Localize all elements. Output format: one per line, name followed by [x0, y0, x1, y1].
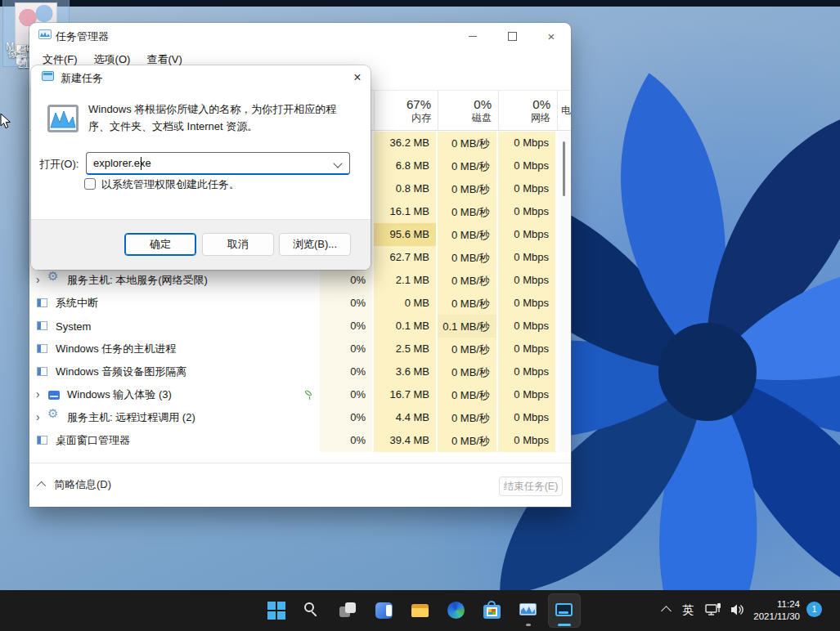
- disk-value: 0 MB/秒: [438, 154, 496, 177]
- memory-value: 4.4 MB: [374, 406, 436, 429]
- fewer-details-toggle[interactable]: 简略信息(D): [39, 477, 111, 492]
- dialog-close-icon[interactable]: ×: [348, 69, 366, 87]
- cancel-button[interactable]: 取消: [202, 233, 274, 256]
- taskbar-icon-glyph: [483, 601, 502, 620]
- disk-value: 0 MB/秒: [438, 406, 496, 429]
- table-row[interactable]: 系统中断 0% 0 MB 0 MB/秒 0 Mbps: [29, 292, 571, 315]
- cpu-value: 0%: [320, 383, 372, 406]
- process-icon: [36, 434, 49, 447]
- chevron-up-icon: [37, 481, 46, 490]
- process-name-cell: System: [29, 315, 320, 338]
- scrollbar-thumb[interactable]: [563, 141, 565, 196]
- maximize-button[interactable]: [494, 23, 530, 49]
- ime-language-indicator[interactable]: 英: [682, 603, 694, 618]
- minimize-button[interactable]: [455, 23, 491, 49]
- disk-value: 0 MB/秒: [438, 246, 496, 269]
- ok-button[interactable]: 确定: [124, 233, 196, 256]
- taskbar-icon[interactable]: [476, 593, 509, 628]
- eco-leaf-icon: [304, 389, 312, 396]
- network-value: 0 Mbps: [498, 223, 555, 246]
- table-row[interactable]: Windows 音频设备图形隔离 0% 3.6 MB 0 MB/秒 0 Mbps: [29, 360, 571, 383]
- table-row[interactable]: 服务主机: 本地服务(网络受限) 0% 2.1 MB 0 MB/秒 0 Mbps: [29, 269, 571, 292]
- clock-time: 11:24: [748, 598, 800, 611]
- network-value: 0 Mbps: [498, 315, 555, 338]
- expand-chevron-icon[interactable]: [36, 383, 47, 406]
- process-name: 系统中断: [56, 296, 98, 311]
- taskbar-icon[interactable]: [260, 593, 293, 628]
- network-value: 0 Mbps: [498, 383, 555, 406]
- open-label: 打开(O):: [39, 157, 79, 172]
- taskbar-icon[interactable]: [548, 593, 581, 628]
- network-value: 0 Mbps: [498, 429, 555, 452]
- process-icon: [47, 388, 61, 401]
- process-name: Windows 输入体验 (3): [67, 387, 172, 402]
- taskbar-icon[interactable]: [332, 593, 365, 628]
- taskbar-icon[interactable]: [368, 593, 401, 628]
- cpu-value: 0%: [320, 360, 372, 383]
- notification-badge[interactable]: 1: [806, 602, 822, 617]
- table-row[interactable]: 服务主机: 远程过程调用 (2) 0% 4.4 MB 0 MB/秒 0 Mbps: [29, 406, 571, 429]
- network-value: 0 Mbps: [498, 132, 555, 154]
- text-caret: [141, 157, 141, 170]
- window-title: 任务管理器: [56, 29, 109, 44]
- dialog-title-bar[interactable]: 新建任务 ×: [31, 65, 371, 88]
- process-name-cell: 系统中断: [29, 292, 320, 315]
- top-dark-strip: [0, 0, 840, 7]
- network-value: 0 Mbps: [498, 360, 555, 383]
- memory-value: 0 MB: [374, 292, 436, 315]
- table-row[interactable]: Windows 任务的主机进程 0% 2.5 MB 0 MB/秒 0 Mbps: [29, 338, 571, 360]
- running-indicator: [558, 624, 571, 626]
- network-value: 0 Mbps: [498, 154, 555, 177]
- network-value: 0 Mbps: [498, 177, 555, 200]
- column-header-memory[interactable]: 67% 内存: [374, 91, 438, 131]
- expand-chevron-icon[interactable]: [36, 269, 47, 292]
- memory-value: 6.8 MB: [374, 154, 436, 177]
- title-bar[interactable]: 任务管理器 ×: [29, 23, 571, 49]
- column-header-network[interactable]: 0% 网络: [498, 91, 557, 131]
- process-name: Windows 任务的主机进程: [56, 342, 176, 356]
- table-row[interactable]: 桌面窗口管理器 0% 39.4 MB 0 MB/秒 0 Mbps: [29, 429, 571, 452]
- end-task-button[interactable]: 结束任务(E): [499, 477, 563, 496]
- network-tray-icon[interactable]: [705, 602, 721, 617]
- cpu-value: 0%: [320, 315, 372, 338]
- expand-chevron-icon[interactable]: [36, 406, 47, 429]
- table-row[interactable]: System 0% 0.1 MB 0.1 MB/秒 0 Mbps: [29, 315, 571, 338]
- column-header-power[interactable]: 电: [557, 91, 571, 131]
- taskbar-icon[interactable]: [296, 593, 329, 628]
- disk-value: 0 MB/秒: [438, 383, 496, 406]
- process-icon: [36, 320, 49, 333]
- memory-value: 0.1 MB: [374, 315, 436, 338]
- close-button[interactable]: ×: [533, 23, 569, 49]
- cpu-value: 0%: [320, 292, 372, 315]
- column-header-disk[interactable]: 0% 磁盘: [438, 91, 498, 131]
- dialog-title: 新建任务: [61, 71, 103, 86]
- admin-checkbox[interactable]: [84, 178, 96, 190]
- disk-value: 0 MB/秒: [438, 223, 496, 246]
- disk-value: 0 MB/秒: [438, 360, 496, 383]
- open-combobox[interactable]: explorer.exe: [86, 152, 350, 175]
- vertical-scrollbar[interactable]: [559, 132, 570, 452]
- taskbar-center-icons: [260, 593, 581, 628]
- admin-checkbox-label: 以系统管理权限创建此任务。: [101, 177, 240, 192]
- disk-value: 0 MB/秒: [438, 132, 496, 154]
- memory-value: 0.8 MB: [374, 177, 436, 200]
- volume-tray-icon[interactable]: [730, 602, 746, 617]
- cpu-value: 0%: [320, 406, 372, 429]
- process-name-cell: 服务主机: 远程过程调用 (2): [29, 406, 320, 429]
- run-dialog-graph-icon: [47, 105, 79, 132]
- dialog-button-strip: 确定 取消 浏览(B)...: [31, 219, 371, 270]
- chevron-down-icon[interactable]: [333, 159, 342, 168]
- process-name: System: [56, 320, 91, 333]
- table-row[interactable]: Windows 输入体验 (3) 0% 16.7 MB 0 MB/秒 0 Mbp…: [29, 383, 571, 406]
- cpu-value: 0%: [320, 338, 372, 360]
- running-indicator: [526, 624, 531, 626]
- taskbar-icon-glyph: [375, 601, 394, 620]
- memory-value: 2.1 MB: [374, 269, 436, 292]
- taskbar-icon[interactable]: [512, 593, 545, 628]
- browse-button[interactable]: 浏览(B)...: [279, 233, 351, 256]
- taskbar-clock[interactable]: 11:24 2021/11/30: [748, 598, 800, 623]
- network-value: 0 Mbps: [498, 292, 555, 315]
- taskbar-icon[interactable]: [404, 593, 437, 628]
- taskbar-icon[interactable]: [440, 593, 473, 628]
- process-name: 服务主机: 本地服务(网络受限): [67, 273, 208, 288]
